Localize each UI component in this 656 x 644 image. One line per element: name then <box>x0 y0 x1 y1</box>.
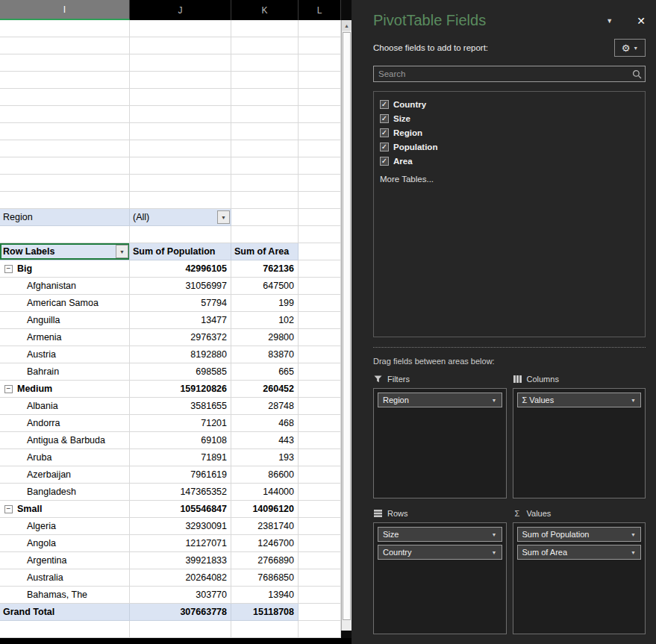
pivot-item-label-cell[interactable]: Argentina <box>0 552 130 569</box>
pivot-item-label-cell[interactable]: Albania <box>0 398 130 415</box>
pivot-group-label-cell[interactable]: −Small <box>0 501 130 518</box>
empty-cell[interactable] <box>299 501 341 518</box>
empty-cell[interactable] <box>299 243 341 260</box>
pivot-item-label-cell[interactable]: Angola <box>0 535 130 552</box>
area-box-values[interactable]: Sum of Population▼Sum of Area▼ <box>513 522 646 634</box>
empty-cell[interactable] <box>231 192 299 209</box>
pivot-area-cell[interactable]: 762136 <box>231 260 299 278</box>
pivot-filter-field-cell[interactable]: Region <box>0 209 130 226</box>
pivot-item-label-cell[interactable]: Bahamas, The <box>0 587 130 604</box>
chevron-down-icon[interactable]: ▼ <box>631 532 636 537</box>
area-box-columns[interactable]: Σ Values▼ <box>513 388 646 498</box>
area-item[interactable]: Country▼ <box>378 545 502 560</box>
empty-cell[interactable] <box>299 415 341 432</box>
pivot-population-cell[interactable]: 71891 <box>130 449 231 466</box>
pivot-area-cell[interactable]: 28748 <box>231 398 299 415</box>
panel-options-chevron-icon[interactable]: ▼ <box>606 17 613 25</box>
empty-cell[interactable] <box>0 621 130 638</box>
collapse-icon[interactable]: − <box>4 505 13 513</box>
empty-cell[interactable] <box>299 54 341 72</box>
pivot-population-cell[interactable]: 57794 <box>130 295 231 312</box>
field-row-area[interactable]: ✓Area <box>380 154 639 168</box>
pivot-population-cell[interactable]: 69108 <box>130 432 231 449</box>
empty-cell[interactable] <box>130 106 231 123</box>
pivot-area-cell[interactable]: 29800 <box>231 329 299 346</box>
pivot-area-cell[interactable]: 86600 <box>231 466 299 484</box>
pivot-item-label-cell[interactable]: Afghanistan <box>0 278 130 295</box>
empty-cell[interactable] <box>231 621 299 638</box>
empty-cell[interactable] <box>130 140 231 157</box>
pivot-population-cell[interactable]: 32930091 <box>130 518 231 535</box>
area-item[interactable]: Σ Values▼ <box>517 393 642 407</box>
pivot-group-label-cell[interactable]: −Big <box>0 260 130 278</box>
pivot-population-cell[interactable]: 147365352 <box>130 484 231 501</box>
close-icon[interactable]: ✕ <box>637 15 646 27</box>
empty-cell[interactable] <box>0 175 130 192</box>
pivot-population-cell[interactable]: 20264082 <box>130 569 231 587</box>
empty-cell[interactable] <box>0 123 130 140</box>
empty-cell[interactable] <box>0 106 130 123</box>
empty-cell[interactable] <box>130 72 231 89</box>
chevron-down-icon[interactable]: ▼ <box>631 398 636 403</box>
pivot-area-cell[interactable]: 14096120 <box>231 501 299 518</box>
column-header-I[interactable]: I <box>0 0 130 20</box>
pivot-area-cell[interactable]: 443 <box>231 432 299 449</box>
pivot-item-label-cell[interactable]: American Samoa <box>0 295 130 312</box>
pivot-area-cell[interactable]: 2381740 <box>231 518 299 535</box>
empty-cell[interactable] <box>299 209 341 226</box>
empty-cell[interactable] <box>231 175 299 192</box>
pivot-population-cell[interactable]: 2976372 <box>130 329 231 346</box>
checkbox-icon[interactable]: ✓ <box>380 143 389 151</box>
empty-cell[interactable] <box>299 569 341 587</box>
pivot-item-label-cell[interactable]: Armenia <box>0 329 130 346</box>
empty-cell[interactable] <box>299 621 341 638</box>
pivot-population-cell[interactable]: 12127071 <box>130 535 231 552</box>
area-item[interactable]: Sum of Population▼ <box>517 527 642 542</box>
empty-cell[interactable] <box>231 226 299 243</box>
pivot-area-cell[interactable]: 199 <box>231 295 299 312</box>
empty-cell[interactable] <box>231 54 299 72</box>
tools-gear-button[interactable]: ⚙ ▼ <box>614 39 646 57</box>
empty-cell[interactable] <box>299 157 341 175</box>
pivot-item-label-cell[interactable]: Anguilla <box>0 312 130 329</box>
empty-cell[interactable] <box>299 260 341 278</box>
pivot-item-label-cell[interactable]: Algeria <box>0 518 130 535</box>
pivot-area-cell[interactable]: 102 <box>231 312 299 329</box>
pivot-population-cell[interactable]: 3581655 <box>130 398 231 415</box>
empty-cell[interactable] <box>299 329 341 346</box>
empty-cell[interactable] <box>130 89 231 106</box>
pivot-area-cell[interactable]: 665 <box>231 363 299 381</box>
empty-cell[interactable] <box>231 72 299 89</box>
empty-cell[interactable] <box>0 226 130 243</box>
pivot-population-cell[interactable]: 42996105 <box>130 260 231 278</box>
empty-cell[interactable] <box>299 140 341 157</box>
empty-cell[interactable] <box>231 157 299 175</box>
empty-cell[interactable] <box>231 37 299 54</box>
pivot-population-cell[interactable]: 13477 <box>130 312 231 329</box>
checkbox-icon[interactable]: ✓ <box>380 114 389 123</box>
empty-cell[interactable] <box>231 123 299 140</box>
empty-cell[interactable] <box>130 157 231 175</box>
empty-cell[interactable] <box>299 20 341 37</box>
empty-cell[interactable] <box>299 381 341 398</box>
pivot-population-cell[interactable]: 105546847 <box>130 501 231 518</box>
area-item[interactable]: Size▼ <box>378 527 502 542</box>
empty-cell[interactable] <box>0 72 130 89</box>
checkbox-icon[interactable]: ✓ <box>380 100 389 109</box>
empty-cell[interactable] <box>299 587 341 604</box>
pivot-item-label-cell[interactable]: Australia <box>0 569 130 587</box>
empty-cell[interactable] <box>299 312 341 329</box>
pivot-item-label-cell[interactable]: Austria <box>0 346 130 363</box>
collapse-icon[interactable]: − <box>4 385 13 393</box>
pivot-population-cell[interactable]: 303770 <box>130 587 231 604</box>
empty-cell[interactable] <box>130 123 231 140</box>
pivot-row-labels-header[interactable]: Row Labels▼ <box>0 243 130 260</box>
chevron-down-icon[interactable]: ▼ <box>631 550 636 555</box>
pivot-area-cell[interactable]: 468 <box>231 415 299 432</box>
checkbox-icon[interactable]: ✓ <box>380 128 389 137</box>
empty-cell[interactable] <box>299 484 341 501</box>
empty-cell[interactable] <box>231 106 299 123</box>
pivot-population-cell[interactable]: 8192880 <box>130 346 231 363</box>
empty-cell[interactable] <box>130 226 231 243</box>
pivot-population-cell[interactable]: 71201 <box>130 415 231 432</box>
